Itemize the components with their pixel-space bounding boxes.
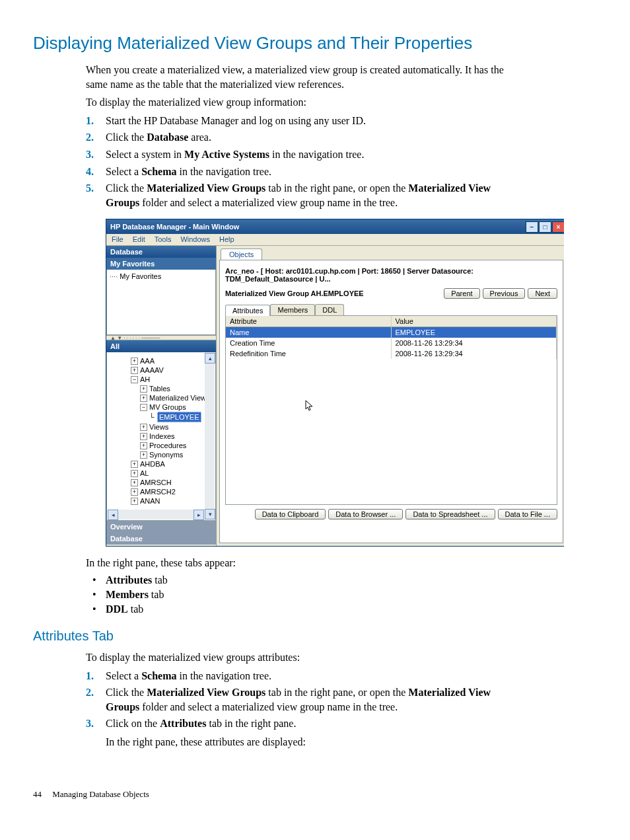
expand-icon[interactable] [131,488,138,496]
scroll-left-icon[interactable]: ◂ [108,510,118,520]
step-text: folder and select a materialized view gr… [139,701,398,712]
bullet-bold: Attributes [106,574,152,586]
step-text: Click the [106,132,147,143]
favorites-body: ···· My Favorites [106,270,216,335]
tree-node[interactable]: Procedures [149,441,186,450]
maximize-icon[interactable]: □ [539,221,551,233]
vertical-scrollbar[interactable]: ▴ ▾ [205,353,215,519]
scroll-right-icon[interactable]: ▸ [193,510,204,520]
step-bold: Attributes [160,718,206,729]
group-title: Materialized View Group AH.EMPLOYEE [225,289,364,297]
database-header[interactable]: Database [106,246,216,258]
expand-icon[interactable] [131,367,138,374]
expand-icon[interactable] [140,385,147,393]
minimize-icon[interactable]: − [526,221,538,233]
trailing-text: In the right pane, these attributes are … [106,735,524,749]
favorites-item[interactable]: My Favorites [120,272,161,280]
step-bold: My Active Systems [184,149,269,160]
cell-attr[interactable]: Creation Time [226,338,392,348]
app-window: HP Database Manager - Main Window − □ × … [106,219,564,547]
parent-button[interactable]: Parent [444,288,479,299]
step-bold: Schema [141,670,176,681]
bullet-text: tab [149,589,164,600]
data-to-browser-button[interactable]: Data to Browser ... [328,509,403,519]
tree-node[interactable]: Indexes [149,432,175,441]
expand-icon[interactable] [131,498,138,505]
previous-button[interactable]: Previous [483,288,526,299]
step-text: in the navigation tree. [177,670,272,681]
data-to-spreadsheet-button[interactable]: Data to Spreadsheet ... [405,509,495,519]
expand-icon[interactable] [131,461,138,468]
tab-ddl[interactable]: DDL [315,304,344,315]
tree-node[interactable]: Views [149,422,168,432]
step-text: Start the HP Database Manager and log on… [106,115,366,126]
tree-node[interactable]: ANAN [140,496,160,506]
tree-node-selected[interactable]: EMPLOYEE [157,412,201,422]
tree-node[interactable]: AAA [140,356,155,365]
tabs-bullet-list: Attributes tab Members tab DDL tab [86,574,524,615]
tree-node[interactable]: AL [140,469,149,478]
tab-attributes[interactable]: Attributes [225,305,270,316]
expand-icon[interactable] [140,395,147,402]
cell-attr[interactable]: Name [226,327,392,338]
expand-icon[interactable] [140,451,147,459]
expand-icon[interactable] [140,433,147,440]
menubar: File Edit Tools Windows Help [106,234,564,246]
collapse-icon[interactable] [131,376,138,383]
collapse-icon[interactable] [140,404,147,411]
menu-windows[interactable]: Windows [180,235,210,243]
cell-val[interactable]: EMPLOYEE [392,327,557,338]
tree-node[interactable]: AH [140,375,150,384]
scroll-up-icon[interactable]: ▴ [205,353,215,363]
tree-leaf-icon: └ [149,412,155,422]
expand-icon[interactable] [140,424,147,431]
step-text: Select a system in [106,149,184,160]
all-header[interactable]: All [106,340,216,352]
horizontal-scrollbar[interactable]: ◂ ▸ [108,510,204,519]
step-text: in the navigation tree. [177,166,272,177]
database-btm-header[interactable]: Database [106,533,216,545]
data-to-clipboard-button[interactable]: Data to Clipboard [255,509,326,519]
tree-node[interactable]: Synonyms [149,450,183,459]
tree-node[interactable]: AHDBA [140,459,165,469]
menu-edit[interactable]: Edit [133,235,145,243]
cell-val[interactable]: 2008-11-26 13:29:34 [392,348,557,359]
step-bold: Materialized View Groups [147,687,265,698]
tree-node[interactable]: AMRSCH2 [140,487,176,496]
objects-tab[interactable]: Objects [221,248,262,260]
overview-header[interactable]: Overview [106,521,216,533]
favorites-header[interactable]: My Favorites [106,258,216,270]
step-text: in the navigation tree. [269,149,365,160]
next-button[interactable]: Next [528,288,557,299]
intro-text: When you create a materialized view, a m… [86,63,524,91]
tree-node[interactable]: AMRSCH [140,478,172,487]
expand-icon[interactable] [131,470,138,477]
col-value[interactable]: Value [392,316,557,327]
step-text: tab in the right pane, or open the [265,182,408,194]
cell-attr[interactable]: Redefinition Time [226,348,392,359]
steps-list: Start the HP Database Manager and log on… [86,114,524,210]
tab-members[interactable]: Members [270,304,315,315]
tree-node[interactable]: AAAAV [140,365,164,375]
menu-tools[interactable]: Tools [155,235,172,243]
section-attributes-tab: Attributes Tab [33,629,531,644]
scroll-down-icon[interactable]: ▾ [205,509,215,519]
section2-lead: To display the materialized view groups … [86,650,524,665]
expand-icon[interactable] [140,442,147,449]
step-text: folder and select a materialized view gr… [139,197,398,208]
col-attribute[interactable]: Attribute [226,316,392,327]
tree-node[interactable]: Materialized Views [149,393,210,402]
data-to-file-button[interactable]: Data to File ... [498,509,557,519]
tree-node[interactable]: Tables [149,384,170,393]
bullet-text: tab [152,574,168,586]
step-bold: Materialized View Groups [147,182,265,194]
splitter[interactable]: ▲ ▼ · · · · · · ───── [106,335,216,340]
step-text: tab in the right pane. [206,718,296,729]
cell-val[interactable]: 2008-11-26 13:29:34 [392,338,557,348]
expand-icon[interactable] [131,479,138,486]
tree-node[interactable]: MV Groups [149,402,186,412]
close-icon[interactable]: × [552,221,564,233]
menu-file[interactable]: File [112,235,123,243]
expand-icon[interactable] [131,358,138,365]
menu-help[interactable]: Help [219,235,234,243]
